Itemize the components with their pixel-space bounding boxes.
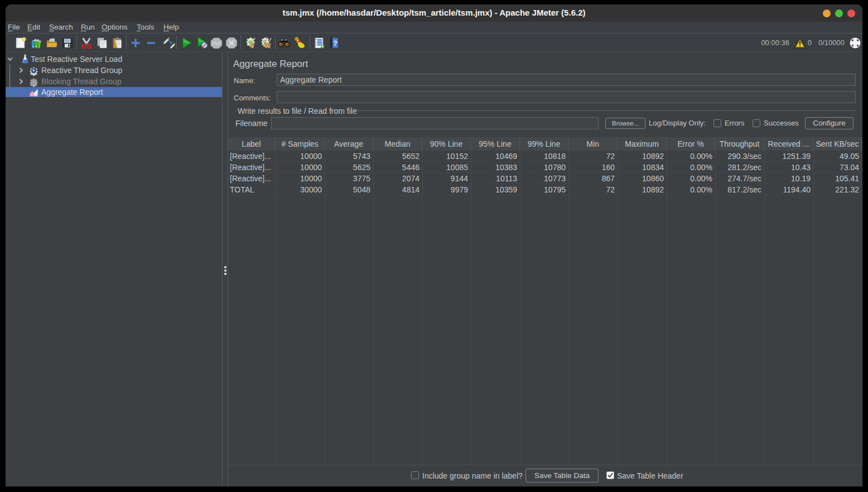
- svg-text:?: ?: [333, 40, 337, 47]
- svg-text:STOP: STOP: [212, 42, 220, 45]
